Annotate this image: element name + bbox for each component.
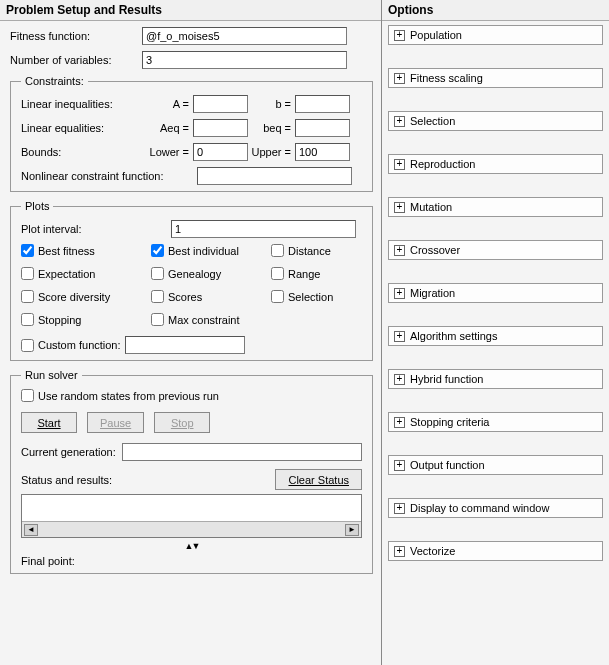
option-migration[interactable]: +Migration	[388, 283, 603, 303]
clear-status-button[interactable]: Clear Status	[275, 469, 362, 490]
Aeq-input[interactable]	[193, 119, 248, 137]
expand-icon[interactable]: +	[394, 245, 405, 256]
expand-icon[interactable]: +	[394, 73, 405, 84]
options-title: Options	[382, 0, 609, 21]
run-solver-legend: Run solver	[21, 369, 82, 381]
option-label: Reproduction	[410, 158, 475, 170]
expectation-checkbox[interactable]: Expectation	[21, 267, 151, 280]
problem-setup-title: Problem Setup and Results	[0, 0, 381, 21]
Aeq-label: Aeq =	[141, 122, 193, 134]
option-vectorize[interactable]: +Vectorize	[388, 541, 603, 561]
option-stopping-criteria[interactable]: +Stopping criteria	[388, 412, 603, 432]
random-states-checkbox[interactable]: Use random states from previous run	[21, 389, 362, 402]
stop-button[interactable]: Stop	[154, 412, 210, 433]
option-population[interactable]: +Population	[388, 25, 603, 45]
option-label: Migration	[410, 287, 455, 299]
option-label: Population	[410, 29, 462, 41]
option-hybrid-function[interactable]: +Hybrid function	[388, 369, 603, 389]
expand-icon[interactable]: +	[394, 116, 405, 127]
plots-legend: Plots	[21, 200, 53, 212]
option-label: Mutation	[410, 201, 452, 213]
option-output-function[interactable]: +Output function	[388, 455, 603, 475]
option-crossover[interactable]: +Crossover	[388, 240, 603, 260]
b-label: b =	[251, 98, 295, 110]
custom-function-checkbox[interactable]: Custom function:	[21, 339, 121, 352]
horizontal-scrollbar[interactable]: ◄ ►	[22, 521, 361, 537]
distance-checkbox[interactable]: Distance	[271, 244, 361, 257]
options-panel: Options +Population+Fitness scaling+Sele…	[382, 0, 609, 665]
fitness-function-input[interactable]	[142, 27, 347, 45]
beq-label: beq =	[251, 122, 295, 134]
option-fitness-scaling[interactable]: +Fitness scaling	[388, 68, 603, 88]
scores-checkbox[interactable]: Scores	[151, 290, 271, 303]
option-label: Vectorize	[410, 545, 455, 557]
pause-button[interactable]: Pause	[87, 412, 144, 433]
option-display-to-command-window[interactable]: +Display to command window	[388, 498, 603, 518]
expand-icon[interactable]: +	[394, 288, 405, 299]
option-label: Crossover	[410, 244, 460, 256]
genealogy-checkbox[interactable]: Genealogy	[151, 267, 271, 280]
nonlinear-constraint-label: Nonlinear constraint function:	[21, 170, 197, 182]
max-constraint-checkbox[interactable]: Max constraint	[151, 313, 271, 326]
option-reproduction[interactable]: +Reproduction	[388, 154, 603, 174]
beq-input[interactable]	[295, 119, 350, 137]
problem-setup-panel: Problem Setup and Results Fitness functi…	[0, 0, 382, 665]
status-results-label: Status and results:	[21, 474, 112, 486]
option-label: Output function	[410, 459, 485, 471]
plot-interval-label: Plot interval:	[21, 223, 171, 235]
expand-icon[interactable]: +	[394, 331, 405, 342]
range-checkbox[interactable]: Range	[271, 267, 361, 280]
stopping-checkbox[interactable]: Stopping	[21, 313, 151, 326]
option-label: Selection	[410, 115, 455, 127]
option-label: Algorithm settings	[410, 330, 497, 342]
A-label: A =	[141, 98, 193, 110]
A-input[interactable]	[193, 95, 248, 113]
num-variables-label: Number of variables:	[10, 54, 138, 66]
scroll-right-icon[interactable]: ►	[345, 524, 359, 536]
expand-icon[interactable]: +	[394, 202, 405, 213]
linear-equalities-label: Linear equalities:	[21, 122, 141, 134]
best-fitness-checkbox[interactable]: Best fitness	[21, 244, 151, 257]
upper-input[interactable]	[295, 143, 350, 161]
lower-label: Lower =	[141, 146, 193, 158]
expand-icon[interactable]: +	[394, 374, 405, 385]
splitter-handle[interactable]: ▲▼	[21, 541, 362, 551]
expand-icon[interactable]: +	[394, 460, 405, 471]
current-generation-label: Current generation:	[21, 446, 116, 458]
status-results-box: ◄ ►	[21, 494, 362, 538]
expand-icon[interactable]: +	[394, 30, 405, 41]
final-point-label: Final point:	[21, 555, 75, 567]
option-label: Display to command window	[410, 502, 549, 514]
expand-icon[interactable]: +	[394, 159, 405, 170]
custom-function-input[interactable]	[125, 336, 245, 354]
nonlinear-constraint-input[interactable]	[197, 167, 352, 185]
option-selection[interactable]: +Selection	[388, 111, 603, 131]
option-label: Stopping criteria	[410, 416, 490, 428]
best-individual-checkbox[interactable]: Best individual	[151, 244, 271, 257]
option-algorithm-settings[interactable]: +Algorithm settings	[388, 326, 603, 346]
option-label: Fitness scaling	[410, 72, 483, 84]
option-label: Hybrid function	[410, 373, 483, 385]
expand-icon[interactable]: +	[394, 546, 405, 557]
expand-icon[interactable]: +	[394, 503, 405, 514]
start-button[interactable]: Start	[21, 412, 77, 433]
expand-icon[interactable]: +	[394, 417, 405, 428]
fitness-function-label: Fitness function:	[10, 30, 138, 42]
linear-inequalities-label: Linear inequalities:	[21, 98, 141, 110]
lower-input[interactable]	[193, 143, 248, 161]
scroll-left-icon[interactable]: ◄	[24, 524, 38, 536]
bounds-label: Bounds:	[21, 146, 141, 158]
option-mutation[interactable]: +Mutation	[388, 197, 603, 217]
plot-interval-input[interactable]	[171, 220, 356, 238]
current-generation-display	[122, 443, 362, 461]
constraints-group: Constraints: Linear inequalities: A = b …	[10, 75, 373, 192]
upper-label: Upper =	[251, 146, 295, 158]
selection-checkbox[interactable]: Selection	[271, 290, 361, 303]
score-diversity-checkbox[interactable]: Score diversity	[21, 290, 151, 303]
b-input[interactable]	[295, 95, 350, 113]
constraints-legend: Constraints:	[21, 75, 88, 87]
num-variables-input[interactable]	[142, 51, 347, 69]
run-solver-group: Run solver Use random states from previo…	[10, 369, 373, 574]
plots-group: Plots Plot interval: Best fitness Best i…	[10, 200, 373, 361]
